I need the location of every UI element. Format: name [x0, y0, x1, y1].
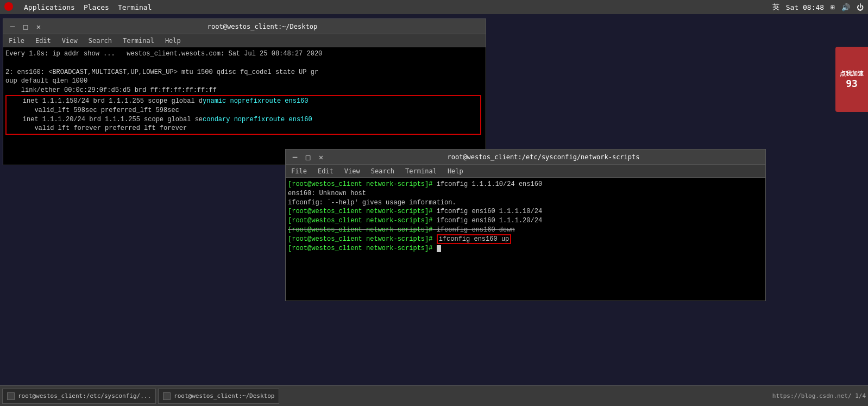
cursor	[437, 245, 441, 252]
t1-file-menu[interactable]: File	[5, 36, 28, 46]
t1-line-2	[5, 59, 483, 68]
highlight-cmd: ifconfig ens160 up	[437, 234, 512, 244]
places-menu[interactable]: Places	[84, 3, 109, 11]
volume-icon[interactable]: 🔊	[841, 3, 850, 11]
applications-menu[interactable]: Applications	[24, 3, 75, 11]
t2-line-7: [root@westos_client network-scripts]# if…	[288, 235, 763, 244]
taskbar-label-1: root@westos_client:/etc/sysconfig/...	[18, 392, 151, 399]
maximize-button-1[interactable]: □	[21, 22, 30, 32]
network-icon[interactable]: ⊞	[831, 3, 835, 11]
close-button-2[interactable]: ✕	[316, 152, 326, 162]
t1-line-6: inet 1.1.1.150/24 brd 1.1.1.255 scope gl…	[7, 97, 480, 106]
t1-line-9: valid lft forever preferred lft forever	[7, 124, 480, 133]
side-widget-text: 点我加速	[840, 70, 864, 78]
taskbar: root@westos_client:/etc/sysconfig/... ro…	[0, 385, 868, 406]
app-logo	[4, 2, 15, 13]
t2-search-menu[interactable]: Search	[368, 166, 398, 176]
t1-search-menu[interactable]: Search	[85, 36, 115, 46]
terminal-1-content: Every 1.0s: ip addr show ... westos_clie…	[3, 47, 486, 165]
minimize-button-2[interactable]: ─	[290, 152, 300, 162]
t2-line-8: [root@westos_client network-scripts]#	[288, 244, 763, 253]
t2-line-4: [root@westos_client network-scripts]# if…	[288, 207, 763, 216]
t1-line-8: inet 1.1.1.20/24 brd 1.1.1.255 scope glo…	[7, 115, 480, 124]
terminal-2-title: root@westos_client:/etc/sysconfig/networ…	[326, 153, 761, 161]
t2-terminal-menu[interactable]: Terminal	[402, 166, 440, 176]
t2-line-3: ifconfig: `--help' gives usage informati…	[288, 198, 763, 208]
t1-view-menu[interactable]: View	[59, 36, 81, 46]
t1-line-3: 2: ens160: <BROADCAST,MULTICAST,UP,LOWER…	[5, 68, 483, 77]
t1-edit-menu[interactable]: Edit	[32, 36, 54, 46]
terminal-1-title: root@westos_client:~/Desktop	[43, 23, 481, 30]
maximize-button-2[interactable]: □	[303, 152, 313, 162]
power-icon[interactable]: ⏻	[857, 3, 864, 11]
terminal-window-2: ─ □ ✕ root@westos_client:/etc/sysconfig/…	[285, 149, 766, 301]
t2-help-menu[interactable]: Help	[444, 166, 467, 176]
terminal-window-1: ─ □ ✕ root@westos_client:~/Desktop File …	[3, 18, 486, 165]
t2-line-6: [root@westos_client network-scripts]# if…	[288, 226, 763, 235]
terminal-menu[interactable]: Terminal	[118, 3, 152, 11]
t1-line-4: oup default qlen 1000	[5, 77, 483, 86]
terminal-2-titlebar: ─ □ ✕ root@westos_client:/etc/sysconfig/…	[286, 149, 765, 165]
t2-view-menu[interactable]: View	[341, 166, 363, 176]
t1-line-1: Every 1.0s: ip addr show ... westos_clie…	[5, 49, 483, 59]
t2-line-5: [root@westos_client network-scripts]# if…	[288, 216, 763, 226]
terminal-1-menubar: File Edit View Search Terminal Help	[3, 34, 486, 47]
desktop: ─ □ ✕ root@westos_client:~/Desktop File …	[0, 14, 868, 385]
t1-line-5: link/ether 00:0c:29:0f:d5:d5 brd ff:ff:f…	[5, 86, 483, 95]
t1-terminal-menu[interactable]: Terminal	[119, 36, 158, 46]
terminal-2-content: [root@westos_client network-scripts]# if…	[286, 178, 765, 301]
side-widget[interactable]: 点我加速 93	[835, 47, 868, 112]
taskbar-item-2[interactable]: root@westos_client:~/Desktop	[158, 389, 279, 404]
system-bar: Applications Places Terminal 英 Sat 08:48…	[0, 0, 868, 14]
terminal-2-controls: ─ □ ✕	[290, 152, 326, 162]
t2-line-2: ens160: Unknown host	[288, 189, 763, 198]
system-bar-right: 英 Sat 08:48 ⊞ 🔊 ⏻	[772, 2, 864, 12]
terminal-2-menubar: File Edit View Search Terminal Help	[286, 165, 765, 178]
taskbar-right-text: https://blog.csdn.net/ 1/4	[772, 392, 866, 399]
t2-edit-menu[interactable]: Edit	[315, 166, 337, 176]
taskbar-icon-2	[163, 392, 171, 400]
terminal-1-titlebar: ─ □ ✕ root@westos_client:~/Desktop	[3, 19, 486, 34]
side-widget-badge: 93	[846, 78, 858, 89]
taskbar-icon-1	[7, 392, 15, 400]
taskbar-label-2: root@westos_client:~/Desktop	[174, 392, 274, 399]
t1-highlight-box: inet 1.1.1.150/24 brd 1.1.1.255 scope gl…	[5, 95, 481, 135]
taskbar-item-1[interactable]: root@westos_client:/etc/sysconfig/...	[2, 389, 156, 404]
language-indicator: 英	[772, 2, 779, 12]
close-button-1[interactable]: ✕	[34, 22, 43, 32]
t2-line-1: [root@westos_client network-scripts]# if…	[288, 180, 763, 189]
terminal-1-controls: ─ □ ✕	[8, 22, 43, 32]
minimize-button-1[interactable]: ─	[8, 22, 17, 32]
clock: Sat 08:48	[786, 3, 824, 11]
system-bar-left: Applications Places Terminal	[4, 2, 152, 13]
t1-line-7: valid_lft 598sec preferred_lft 598sec	[7, 106, 480, 115]
t2-file-menu[interactable]: File	[288, 166, 310, 176]
t1-help-menu[interactable]: Help	[162, 36, 184, 46]
